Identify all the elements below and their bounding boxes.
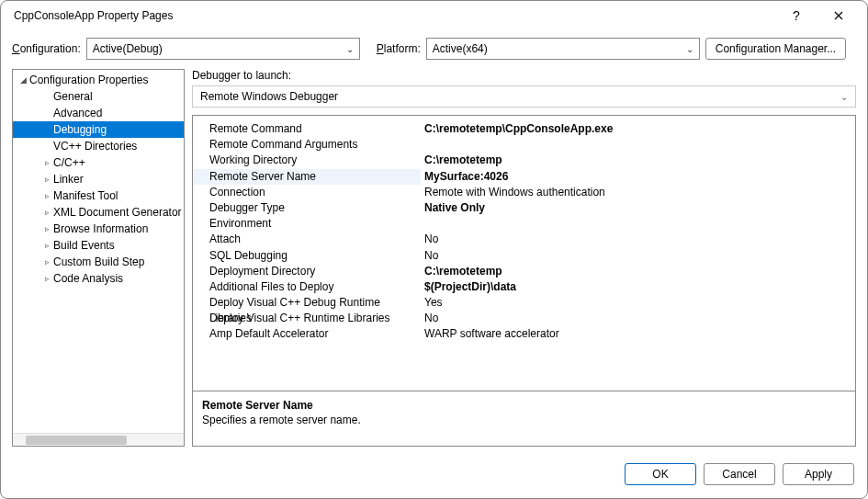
tree-item[interactable]: General: [13, 88, 184, 105]
property-name: Amp Default Accelerator: [193, 326, 421, 342]
tree-item[interactable]: ▹Linker: [13, 171, 184, 187]
tree-item[interactable]: ▹Custom Build Step: [13, 254, 184, 270]
configuration-value: Active(Debug): [93, 42, 163, 55]
property-name: Attach: [193, 232, 421, 247]
tree-item[interactable]: ▹Build Events: [13, 237, 184, 254]
tree-horizontal-scrollbar[interactable]: [13, 433, 184, 446]
property-value[interactable]: C:\remotetemp\CppConsoleApp.exe: [421, 121, 855, 137]
platform-combo[interactable]: Active(x64) ⌄: [426, 38, 700, 60]
debugger-launch-label: Debugger to launch:: [192, 69, 856, 82]
tree-item-label: Code Analysis: [53, 270, 123, 287]
config-row: Configuration: Active(Debug) ⌄ Platform:…: [1, 30, 867, 69]
property-value[interactable]: [421, 216, 855, 232]
close-button[interactable]: [817, 3, 860, 28]
right-panel: Debugger to launch: Remote Windows Debug…: [192, 69, 856, 447]
property-value[interactable]: No: [421, 248, 855, 264]
property-grid-wrap: Remote CommandC:\remotetemp\CppConsoleAp…: [192, 115, 856, 447]
tree-item-label: General: [53, 88, 93, 105]
expander-closed-icon[interactable]: ▹: [40, 221, 53, 237]
configuration-combo[interactable]: Active(Debug) ⌄: [86, 38, 360, 60]
property-value[interactable]: WARP software accelerator: [421, 326, 855, 342]
property-name: Remote Command Arguments: [193, 137, 421, 153]
property-row[interactable]: Additional Files to Deploy$(ProjectDir)\…: [193, 279, 855, 295]
tree-item-label: Browse Information: [53, 221, 148, 237]
cancel-button[interactable]: Cancel: [704, 463, 775, 485]
footer: OK Cancel Apply: [1, 454, 867, 498]
expander-closed-icon[interactable]: ▹: [40, 204, 53, 221]
property-value[interactable]: No: [421, 311, 855, 326]
property-row[interactable]: Deployment DirectoryC:\remotetemp: [193, 264, 855, 279]
tree-item[interactable]: ▹XML Document Generator: [13, 204, 184, 221]
property-row[interactable]: AttachNo: [193, 232, 855, 247]
tree-item[interactable]: ▹Browse Information: [13, 221, 184, 237]
configuration-manager-button[interactable]: Configuration Manager...: [705, 38, 846, 60]
tree[interactable]: ◢ Configuration Properties GeneralAdvanc…: [13, 70, 184, 433]
property-name: Connection: [193, 185, 421, 200]
expander-closed-icon[interactable]: ▹: [40, 254, 53, 270]
description-title: Remote Server Name: [202, 399, 846, 412]
property-row[interactable]: SQL DebuggingNo: [193, 248, 855, 264]
property-row[interactable]: Amp Default AcceleratorWARP software acc…: [193, 326, 855, 342]
property-row[interactable]: Deploy Visual C++ Runtime LibrariesNo: [193, 311, 855, 326]
property-value[interactable]: No: [421, 232, 855, 247]
tree-item-label: XML Document Generator: [53, 204, 182, 221]
tree-item-label: C/C++: [53, 154, 85, 171]
property-name: Remote Server Name: [193, 169, 421, 185]
expander-closed-icon[interactable]: ▹: [40, 187, 53, 204]
ok-button[interactable]: OK: [625, 463, 696, 485]
tree-item-label: Linker: [53, 171, 84, 187]
property-pages-window: CppConsoleApp Property Pages ? Configura…: [0, 0, 868, 499]
tree-item-label: Custom Build Step: [53, 254, 144, 270]
property-name: Deployment Directory: [193, 264, 421, 279]
help-button[interactable]: ?: [775, 3, 817, 28]
expander-closed-icon[interactable]: ▹: [40, 237, 53, 254]
tree-item[interactable]: Advanced: [13, 105, 184, 121]
tree-item[interactable]: Debugging: [13, 121, 184, 138]
chevron-down-icon: ⌄: [346, 44, 354, 54]
property-value[interactable]: [421, 137, 855, 153]
property-row[interactable]: Deploy Visual C++ Debug Runtime Librarie…: [193, 295, 855, 311]
apply-button[interactable]: Apply: [783, 463, 854, 485]
property-grid[interactable]: Remote CommandC:\remotetemp\CppConsoleAp…: [193, 116, 855, 391]
property-row[interactable]: Remote Server NameMySurface:4026: [193, 169, 855, 185]
debugger-launch-value: Remote Windows Debugger: [200, 90, 338, 103]
property-value[interactable]: Remote with Windows authentication: [421, 185, 855, 200]
tree-item[interactable]: VC++ Directories: [13, 138, 184, 154]
property-row[interactable]: Environment: [193, 216, 855, 232]
property-value[interactable]: C:\remotetemp: [421, 264, 855, 279]
property-name: Deploy Visual C++ Runtime Libraries: [193, 311, 421, 326]
tree-item[interactable]: ▹Code Analysis: [13, 270, 184, 287]
property-name: Environment: [193, 216, 421, 232]
property-row[interactable]: ConnectionRemote with Windows authentica…: [193, 185, 855, 200]
platform-value: Active(x64): [433, 42, 488, 55]
tree-item-label: Advanced: [53, 105, 102, 121]
property-row[interactable]: Remote Command Arguments: [193, 137, 855, 153]
window-title: CppConsoleApp Property Pages: [8, 9, 775, 22]
debugger-launch-combo[interactable]: Remote Windows Debugger ⌄: [192, 85, 856, 108]
close-icon: [834, 11, 843, 20]
expander-closed-icon[interactable]: ▹: [40, 171, 53, 187]
description-text: Specifies a remote server name.: [202, 414, 846, 426]
property-value[interactable]: C:\remotetemp: [421, 153, 855, 168]
scrollbar-thumb[interactable]: [26, 436, 127, 445]
property-row[interactable]: Remote CommandC:\remotetemp\CppConsoleAp…: [193, 121, 855, 137]
property-value[interactable]: MySurface:4026: [421, 169, 855, 185]
property-value[interactable]: Yes: [421, 295, 855, 311]
property-row[interactable]: Debugger TypeNative Only: [193, 200, 855, 216]
tree-item-label: Debugging: [53, 121, 107, 138]
configuration-label: Configuration:: [12, 42, 81, 55]
property-value[interactable]: $(ProjectDir)\data: [421, 279, 855, 295]
chevron-down-icon: ⌄: [686, 44, 693, 54]
description-panel: Remote Server Name Specifies a remote se…: [193, 391, 855, 446]
tree-root[interactable]: ◢ Configuration Properties: [13, 72, 184, 88]
property-name: Working Directory: [193, 153, 421, 168]
tree-item[interactable]: ▹Manifest Tool: [13, 187, 184, 204]
tree-item[interactable]: ▹C/C++: [13, 154, 184, 171]
property-name: Remote Command: [193, 121, 421, 137]
property-value[interactable]: Native Only: [421, 200, 855, 216]
expander-closed-icon[interactable]: ▹: [40, 154, 53, 171]
property-name: Additional Files to Deploy: [193, 279, 421, 295]
expander-open-icon: ◢: [17, 72, 29, 88]
expander-closed-icon[interactable]: ▹: [40, 270, 53, 287]
property-row[interactable]: Working DirectoryC:\remotetemp: [193, 153, 855, 168]
